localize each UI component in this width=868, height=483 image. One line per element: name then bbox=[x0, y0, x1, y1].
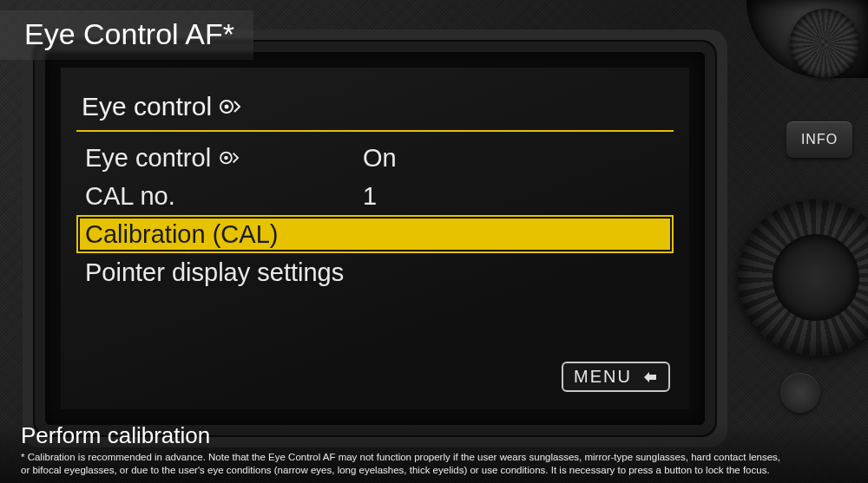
footnote-line: * Calibration is recommended in advance.… bbox=[21, 451, 847, 465]
menu-list: Eye control On CAL no. 1 bbox=[76, 139, 674, 291]
menu-footer: MENU bbox=[76, 356, 674, 397]
footnote-line: or bifocal eyeglasses, or due to the use… bbox=[21, 464, 847, 478]
menu-title: Eye control bbox=[82, 92, 212, 121]
menu-item-label: Pointer display settings bbox=[85, 258, 344, 287]
info-button[interactable]: INFO bbox=[786, 121, 852, 158]
caption-overlay: Perform calibration * Calibration is rec… bbox=[0, 422, 868, 483]
lcd-frame: Eye control Eye control bbox=[45, 52, 705, 425]
menu-title-bar: Eye control bbox=[76, 92, 674, 132]
menu-item-value: 1 bbox=[363, 182, 665, 211]
svg-point-1 bbox=[225, 105, 229, 109]
eye-control-icon bbox=[219, 96, 243, 117]
menu-button-label: MENU bbox=[574, 367, 632, 387]
menu-item-eye-control[interactable]: Eye control On bbox=[76, 139, 674, 177]
lcd-screen: Eye control Eye control bbox=[61, 68, 689, 409]
svg-point-3 bbox=[224, 156, 228, 160]
caption-title: Perform calibration bbox=[21, 422, 847, 449]
menu-item-cal-no[interactable]: CAL no. 1 bbox=[76, 177, 674, 215]
menu-item-label: Eye control bbox=[85, 144, 211, 173]
delete-button[interactable] bbox=[780, 373, 820, 413]
feature-title-banner: Eye Control AF* bbox=[0, 10, 253, 60]
menu-back-button[interactable]: MENU bbox=[562, 362, 670, 392]
info-button-label: INFO bbox=[801, 132, 838, 147]
menu-item-label: CAL no. bbox=[85, 182, 175, 211]
eye-control-icon bbox=[218, 147, 242, 168]
menu-item-label: Calibration (CAL) bbox=[85, 220, 278, 249]
menu-item-value: On bbox=[363, 144, 665, 173]
feature-title: Eye Control AF* bbox=[24, 17, 234, 50]
back-icon bbox=[639, 369, 658, 385]
menu-item-pointer-display[interactable]: Pointer display settings bbox=[76, 253, 674, 291]
menu-item-calibration[interactable]: Calibration (CAL) bbox=[76, 215, 674, 253]
